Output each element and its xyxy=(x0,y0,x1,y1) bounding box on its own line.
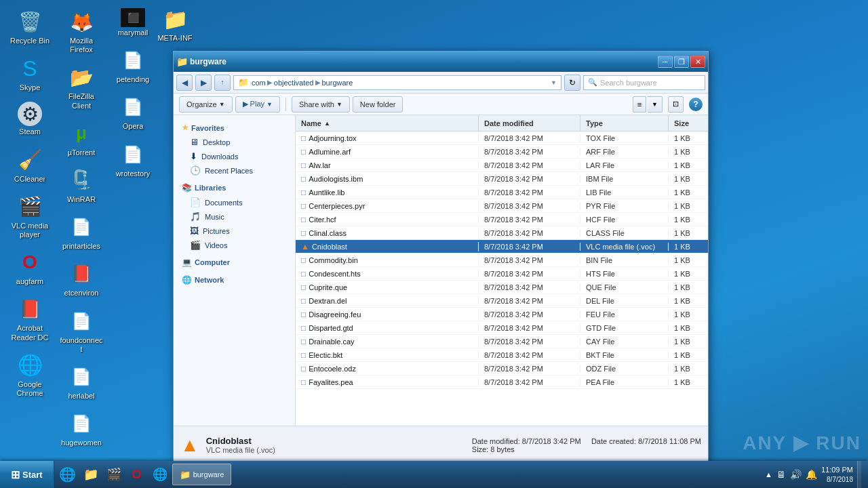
desktop-icon-herlabel[interactable]: 📄 herlabel xyxy=(57,361,106,403)
preview-pane-button[interactable]: ⊡ xyxy=(668,96,684,113)
videos-icon: 🎬 xyxy=(190,240,201,250)
table-row[interactable]: □ Disagreeing.feu 8/7/2018 3:42 PM FEU F… xyxy=(296,308,708,321)
file-size: 1 KB xyxy=(674,283,690,291)
help-button[interactable]: ? xyxy=(689,98,703,111)
file-date: 8/7/2018 3:42 PM xyxy=(484,378,543,386)
libraries-label: Libraries xyxy=(195,184,226,192)
search-box[interactable]: 🔍 Search burgware xyxy=(583,75,705,90)
minimize-button[interactable]: ─ xyxy=(658,56,673,68)
sidebar-network-header[interactable]: 🌐 Network xyxy=(174,272,295,287)
file-date-cell: 8/7/2018 3:42 PM xyxy=(479,378,580,386)
desktop-icon-ccleaner[interactable]: 🧹 CCleaner xyxy=(5,144,54,186)
file-type-cell: CLASS File xyxy=(580,229,669,237)
vlc-label: VLC media player xyxy=(8,222,52,239)
file-size: 1 KB xyxy=(674,148,690,156)
up-button[interactable]: ↑ xyxy=(214,75,231,91)
sidebar-computer-header[interactable]: 💻 Computer xyxy=(174,255,295,270)
desktop-icon-meta-inf[interactable]: 📁 META-INF xyxy=(151,3,199,45)
table-row[interactable]: □ Centerpieces.pyr 8/7/2018 3:42 PM PYR … xyxy=(296,199,708,213)
file-size: 1 KB xyxy=(674,229,690,237)
show-desktop-button[interactable] xyxy=(857,461,861,488)
table-row[interactable]: □ Adlumine.arf 8/7/2018 3:42 PM ARF File… xyxy=(296,145,708,159)
sidebar-favorites-header[interactable]: ★ Favorites xyxy=(174,121,295,135)
sidebar-item-documents[interactable]: 📄 Documents xyxy=(174,195,295,209)
table-row[interactable]: □ Audiologists.ibm 8/7/2018 3:42 PM IBM … xyxy=(296,172,708,186)
sidebar-item-recent-places[interactable]: 🕒 Recent Places xyxy=(174,163,295,178)
sidebar-item-music[interactable]: 🎵 Music xyxy=(174,209,295,224)
share-with-button[interactable]: Share with ▼ xyxy=(292,96,350,113)
toolbar: Organize ▼ ▶ Play ▼ Share with ▼ New fol… xyxy=(174,94,708,115)
address-box[interactable]: 📁 com ▶ objectivated ▶ burgware ▼ xyxy=(233,75,561,90)
sidebar-favorites-section: ★ Favorites 🖥 Desktop ⬇ Downloads 🕒 Rece… xyxy=(174,121,295,178)
sidebar-libraries-header[interactable]: 📚 Libraries xyxy=(174,180,295,195)
desktop-icon-skype[interactable]: S Skype xyxy=(5,52,54,95)
file-type-cell: PEA File xyxy=(580,378,669,386)
desktop-icon-wrotestory[interactable]: 📄 wrotestory xyxy=(108,138,157,181)
column-header-size[interactable]: Size xyxy=(669,115,708,131)
start-button[interactable]: ⊞ Start xyxy=(0,461,54,488)
desktop-icon-acrobat[interactable]: 📕 Acrobat Reader DC xyxy=(5,293,54,344)
desktop-icon-recycle-bin[interactable]: 🗑️ Recycle Bin xyxy=(5,5,54,48)
table-row[interactable]: □ Clinal.class 8/7/2018 3:42 PM CLASS Fi… xyxy=(296,226,708,240)
table-row[interactable]: □ Auntlike.lib 8/7/2018 3:42 PM LIB File… xyxy=(296,186,708,199)
tray-up-icon[interactable]: ▲ xyxy=(765,470,772,479)
table-row[interactable]: □ Cuprite.que 8/7/2018 3:42 PM QUE File … xyxy=(296,281,708,294)
taskbar-burgware-item[interactable]: 📁 burgware xyxy=(172,464,232,485)
desktop-icon-opera[interactable]: O augfarm xyxy=(5,246,54,289)
back-button[interactable]: ◀ xyxy=(176,75,193,91)
table-row[interactable]: □ Electic.bkt 8/7/2018 3:42 PM BKT File … xyxy=(296,348,708,362)
table-row[interactable]: □ Adjourning.tox 8/7/2018 3:42 PM TOX Fi… xyxy=(296,131,708,145)
new-folder-button[interactable]: New folder xyxy=(353,96,403,113)
desktop-icon-vlc[interactable]: 🎬 VLC media player xyxy=(5,190,54,242)
table-row[interactable]: □ Citer.hcf 8/7/2018 3:42 PM HCF File 1 … xyxy=(296,213,708,226)
taskbar-opera-button[interactable]: O xyxy=(126,464,148,485)
desktop-icon-hugewomen[interactable]: 📄 hugewomen xyxy=(57,407,106,450)
file-size-cell: 1 KB xyxy=(669,351,708,359)
desktop-icon-chrome[interactable]: 🌐 Google Chrome xyxy=(5,349,54,401)
search-icon: 🔍 xyxy=(588,78,597,87)
vlc-icon: 🎬 xyxy=(16,193,43,220)
table-row[interactable]: □ Commodity.bin 8/7/2018 3:42 PM BIN Fil… xyxy=(296,253,708,267)
sidebar-item-pictures[interactable]: 🖼 Pictures xyxy=(174,224,295,238)
desktop-icon-firefox[interactable]: 🦊 Mozilla Firefox xyxy=(57,5,106,57)
table-row[interactable]: □ Alw.lar 8/7/2018 3:42 PM LAR File 1 KB xyxy=(296,159,708,172)
restore-button[interactable]: ❐ xyxy=(674,56,689,68)
address-sep-1: ▶ xyxy=(267,79,273,86)
table-row[interactable]: □ Fayalites.pea 8/7/2018 3:42 PM PEA Fil… xyxy=(296,375,708,389)
taskbar-filemanager-button[interactable]: 📁 xyxy=(80,464,102,485)
column-header-name[interactable]: Name ▲ xyxy=(296,115,479,131)
sidebar-item-videos[interactable]: 🎬 Videos xyxy=(174,238,295,252)
forward-button[interactable]: ▶ xyxy=(195,75,212,91)
desktop-icon-utorrent[interactable]: μ µTorrent xyxy=(57,117,106,160)
table-row[interactable]: □ Condescent.hts 8/7/2018 3:42 PM HTS Fi… xyxy=(296,267,708,281)
file-name-cell: □ Entocoele.odz xyxy=(296,364,479,373)
sidebar-item-downloads[interactable]: ⬇ Downloads xyxy=(174,149,295,163)
address-dropdown-icon[interactable]: ▼ xyxy=(551,79,557,86)
refresh-button[interactable]: ↻ xyxy=(564,75,580,91)
close-button[interactable]: ✕ xyxy=(690,56,705,68)
taskbar-ie-button[interactable]: 🌐 xyxy=(57,464,79,485)
desktop-icon-printarticles[interactable]: 📄 Opera xyxy=(108,91,157,134)
table-row[interactable]: □ Drainable.cay 8/7/2018 3:42 PM CAY Fil… xyxy=(296,335,708,348)
taskbar-chrome-button[interactable]: 🌐 xyxy=(149,464,171,485)
desktop-icon-winrar[interactable]: 🗜️ WinRAR xyxy=(57,164,106,207)
table-row[interactable]: □ Disparted.gtd 8/7/2018 3:42 PM GTD Fil… xyxy=(296,321,708,335)
play-button[interactable]: ▶ Play ▼ xyxy=(235,96,280,113)
desktop-icon-petending[interactable]: 📄 petending xyxy=(108,44,157,87)
desktop-icon-augfarm[interactable]: 📄 printarticles xyxy=(57,211,106,253)
column-header-date[interactable]: Date modified xyxy=(479,115,580,131)
view-dropdown-button[interactable]: ▼ xyxy=(648,96,663,113)
taskbar-vlc-button[interactable]: 🎬 xyxy=(103,464,125,485)
desktop-icon-foundconnect[interactable]: 📄 foundconnect xyxy=(57,305,106,357)
table-row[interactable]: ▲ Cnidoblast 8/7/2018 3:42 PM VLC media … xyxy=(296,240,708,253)
desktop-icon-etcenviron[interactable]: 📕 etcenviron xyxy=(57,258,106,300)
view-list-button[interactable]: ≡ xyxy=(633,96,646,113)
column-header-type[interactable]: Type xyxy=(580,115,669,131)
desktop-icon-filezilla[interactable]: 📂 FileZilla Client xyxy=(57,61,106,113)
sidebar-item-desktop[interactable]: 🖥 Desktop xyxy=(174,135,295,149)
organize-button[interactable]: Organize ▼ xyxy=(179,96,233,113)
network-label: Network xyxy=(195,276,224,284)
table-row[interactable]: □ Dextran.del 8/7/2018 3:42 PM DEL File … xyxy=(296,294,708,308)
table-row[interactable]: □ Entocoele.odz 8/7/2018 3:42 PM ODZ Fil… xyxy=(296,362,708,375)
desktop-icon-steam[interactable]: ⚙ Steam xyxy=(5,99,54,139)
